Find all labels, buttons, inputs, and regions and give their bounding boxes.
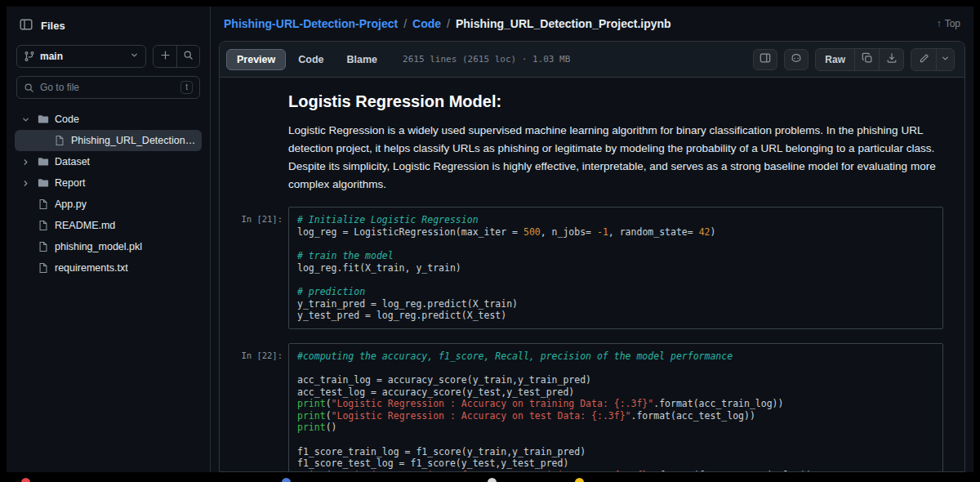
file-icon [37,220,50,231]
scroll-to-top-link[interactable]: ↑ Top [937,18,960,29]
copy-icon [862,52,873,66]
github-file-view-window: Files main [7,7,973,472]
branch-selector[interactable]: main [16,45,146,68]
tree-item-readme-md[interactable]: README.md [15,215,202,236]
search-tree-button[interactable] [176,46,199,67]
go-to-file-input[interactable] [40,82,175,93]
chevron-right-icon [20,158,32,167]
go-to-file-search[interactable]: t [16,76,200,99]
file-icon [37,241,50,252]
file-icon [37,199,50,210]
breadcrumb-link-phishing-url-detection-project[interactable]: Phishing-URL-Detection-Project [224,17,398,30]
toolbar-actions: Raw [753,48,958,71]
breadcrumb: Phishing-URL-Detection-Project/Code/Phis… [224,17,671,30]
notebook-paragraph: Logistic Regression is a widely used sup… [288,122,943,193]
sidebar-actions [153,45,200,68]
chevron-down-icon [130,51,139,62]
file-metadata: 2615 lines (2615 loc) · 1.03 MB [403,54,570,65]
search-icon [24,83,34,93]
taskbar-strip [0,472,980,482]
raw-button-group: Raw [815,48,904,71]
branch-row: main [13,45,203,68]
code-line: print("Logistic Regression : f1_score on… [297,470,934,471]
search-icon [183,50,194,63]
file-icon [37,262,50,274]
code-line: log_reg.fit(X_train, y_train) [297,262,934,274]
code-line: acc_test_log = accuracy_score(y_test,y_t… [297,386,934,399]
sidebar-title: Files [41,20,65,32]
raw-button[interactable]: Raw [816,49,854,70]
tree-item-code[interactable]: Code [15,109,202,130]
cell-source-code[interactable]: #computing the accuracy, f1_score, Recal… [288,343,943,471]
tree-item-requirements-txt[interactable]: requirements.txt [15,257,202,279]
files-sidebar: Files main [7,7,211,472]
plus-icon [160,50,171,63]
collapse-sidebar-button[interactable] [20,18,33,33]
tree-item-app-py[interactable]: App.py [15,194,202,215]
breadcrumb-bar: Phishing-URL-Detection-Project/Code/Phis… [211,7,973,41]
file-viewer: PreviewCodeBlame 2615 lines (2615 loc) ·… [219,41,965,472]
code-line: acc_train_log = accuracy_score(y_train,y… [297,374,934,386]
notebook-cells: In [21]:# Initialize Logistic Regression… [236,207,943,471]
code-line: # train the model [297,250,934,262]
cell-source-code[interactable]: # Initialize Logistic Regressionlog_reg … [288,207,943,328]
breadcrumb-link-code[interactable]: Code [412,17,441,30]
folder-icon [37,114,50,125]
cell-prompt: In [22]: [236,343,288,471]
tree-item-phishing-url-detection-project[interactable]: Phishing_URL_Detection_Project... [15,130,202,151]
tree-item-label: App.py [55,199,87,210]
edit-options-button[interactable] [936,49,954,70]
code-line: f1_score_test_log = f1_score(y_test,y_te… [297,457,934,470]
taskbar-dot [575,478,584,482]
copy-raw-button[interactable] [854,49,879,70]
tree-item-dataset[interactable]: Dataset [15,151,202,172]
tab-preview[interactable]: Preview [226,49,286,70]
taskbar-dot [21,478,30,482]
chevron-right-icon [20,179,32,188]
folder-icon [37,177,50,189]
tree-item-label: requirements.txt [55,262,128,274]
notebook-code-cell: In [22]:#computing the accuracy, f1_scor… [236,343,943,471]
keyboard-shortcut-hint: t [180,81,193,94]
tab-blame[interactable]: Blame [336,49,389,70]
main-content: Phishing-URL-Detection-Project/Code/Phis… [211,7,973,472]
code-line: y_test_pred = log_reg.predict(X_test) [297,310,934,322]
tree-item-phishing-model-pkl[interactable]: phishing_model.pkl [15,236,202,257]
notebook-preview[interactable]: Logistis Regression Model: Logistic Regr… [220,78,964,471]
arrow-up-icon: ↑ [937,18,942,29]
code-line [297,274,934,286]
taskbar-dot [488,478,497,482]
tree-item-label: Dataset [55,156,90,167]
sidebar-header: Files [13,15,203,45]
copilot-button[interactable] [784,49,808,70]
download-button[interactable] [879,49,903,70]
symbols-panel-button[interactable] [753,49,777,70]
breadcrumb-current: Phishing_URL_Detection_Project.ipynb [456,17,671,30]
tree-item-label: Code [55,114,79,125]
tree-item-label: phishing_model.pkl [55,241,142,252]
tree-item-report[interactable]: Report [15,172,202,194]
git-branch-icon [24,51,35,62]
add-file-button[interactable] [154,46,176,67]
code-line [297,239,934,251]
top-label: Top [945,18,960,29]
chevron-down-icon [20,115,32,124]
tree-item-label: README.md [55,220,115,231]
notebook-markdown-cell: Logistis Regression Model: Logistic Regr… [288,92,943,193]
code-line [297,362,934,374]
pencil-icon [919,53,929,66]
tree-item-label: Phishing_URL_Detection_Project... [71,135,197,146]
edit-file-button[interactable] [911,49,936,70]
code-line: #computing the accuracy, f1_score, Recal… [297,350,934,363]
branch-name: main [40,51,63,62]
tab-code[interactable]: Code [287,49,334,70]
breadcrumb-separator: / [403,17,407,30]
tree-item-label: Report [55,177,86,189]
edit-button-group [911,48,955,71]
chevron-down-icon [941,53,950,65]
code-line [297,434,934,446]
code-line: print("Logistic Regression : Accuracy on… [297,410,934,422]
code-line: print() [297,422,934,434]
folder-icon [37,156,50,167]
panel-icon [20,18,33,33]
